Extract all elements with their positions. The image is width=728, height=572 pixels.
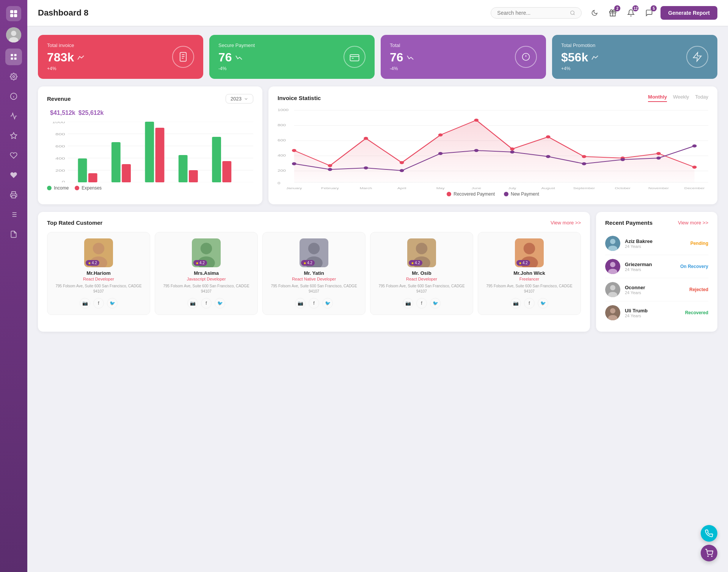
- revenue-chart-card: Revenue 2023 $41,512k$25,612k: [38, 86, 262, 204]
- search-icon: [570, 10, 575, 16]
- twitter-icon-3[interactable]: 🐦: [322, 298, 333, 309]
- search-bar[interactable]: [491, 7, 582, 19]
- bell-icon-btn[interactable]: 12: [624, 6, 638, 20]
- bar-chart: 1000 800 600 400 200 0: [47, 122, 253, 191]
- facebook-icon-1[interactable]: f: [93, 298, 104, 309]
- rating-badge-4: 4.2: [409, 260, 422, 266]
- twitter-icon-4[interactable]: 🐦: [430, 298, 441, 309]
- stat-card-promotion: Total Promotion $56k +4%: [552, 35, 717, 79]
- customer-socials-1: 📷 f 🐦: [52, 298, 145, 309]
- generate-report-button[interactable]: Generate Report: [661, 6, 717, 20]
- customer-name-1: Mr.Hariom: [52, 270, 145, 276]
- svg-point-93: [474, 149, 479, 152]
- payment-avatar-4: [605, 305, 620, 320]
- invoice-label: Total invoice: [47, 42, 85, 48]
- svg-text:February: February: [321, 186, 339, 190]
- svg-text:200: 200: [278, 169, 286, 172]
- svg-text:May: May: [436, 186, 445, 190]
- instagram-icon-3[interactable]: 📷: [295, 298, 306, 309]
- payment-item-3: Oconner 24 Years Rejected: [605, 278, 708, 301]
- customer-socials-5: 📷 f 🐦: [483, 298, 576, 309]
- payment-avatar-1: [605, 236, 620, 251]
- sidebar: [0, 0, 27, 572]
- new-payment-legend: New Payment: [504, 191, 539, 197]
- svg-point-23: [571, 11, 574, 15]
- sidebar-item-print[interactable]: [5, 186, 22, 203]
- promotion-icon-circle: [686, 46, 708, 68]
- svg-rect-49: [88, 173, 97, 182]
- search-input[interactable]: [497, 10, 567, 16]
- svg-rect-52: [145, 122, 154, 182]
- twitter-icon-5[interactable]: 🐦: [538, 298, 548, 309]
- instagram-icon-5[interactable]: 📷: [510, 298, 521, 309]
- sidebar-logo[interactable]: [6, 6, 21, 21]
- svg-point-142: [610, 308, 615, 313]
- tab-weekly[interactable]: Weekly: [673, 94, 689, 102]
- customer-name-2: Mrs.Asima: [160, 270, 253, 276]
- payment-info-1: Aziz Bakree 24 Years: [625, 238, 686, 249]
- customer-card-1: 4.2 Mr.Hariom React Developer 795 Folsom…: [47, 232, 150, 315]
- gift-icon-btn[interactable]: 2: [606, 6, 620, 20]
- svg-rect-27: [180, 52, 186, 61]
- svg-point-5: [11, 31, 16, 36]
- facebook-icon-4[interactable]: f: [416, 298, 427, 309]
- invoice-value: 783k: [47, 50, 85, 64]
- instagram-icon-4[interactable]: 📷: [403, 298, 413, 309]
- instagram-icon-2[interactable]: 📷: [187, 298, 198, 309]
- facebook-icon-2[interactable]: f: [201, 298, 212, 309]
- instagram-icon-1[interactable]: 📷: [80, 298, 90, 309]
- payment-status-1: Pending: [690, 241, 708, 246]
- svg-point-91: [400, 169, 404, 172]
- svg-rect-3: [14, 14, 17, 17]
- customer-role-5: Freelancer: [483, 277, 576, 281]
- customer-socials-4: 📷 f 🐦: [375, 298, 468, 309]
- svg-point-139: [610, 285, 615, 290]
- tab-today[interactable]: Today: [695, 94, 708, 102]
- customer-role-3: React Native Developer: [267, 277, 361, 281]
- promotion-label: Total Promotion: [561, 42, 599, 48]
- svg-text:1000: 1000: [52, 122, 65, 124]
- cart-float-btn[interactable]: [701, 545, 717, 561]
- payments-view-more[interactable]: View more >>: [678, 220, 708, 226]
- sidebar-item-document[interactable]: [5, 226, 22, 243]
- customers-view-more[interactable]: View more >>: [551, 220, 581, 226]
- revenue-amount: $41,512k$25,612k: [47, 107, 253, 117]
- svg-rect-48: [78, 158, 87, 182]
- tab-monthly[interactable]: Monthly: [648, 94, 667, 102]
- svg-point-83: [546, 135, 551, 138]
- svg-marker-123: [304, 262, 306, 264]
- customer-card-2: 4.2 Mrs.Asima Javascript Developer 795 F…: [155, 232, 258, 315]
- chat-badge: 5: [651, 5, 657, 11]
- sidebar-item-heart-outline[interactable]: [5, 147, 22, 164]
- dark-mode-toggle[interactable]: [588, 6, 601, 20]
- facebook-icon-5[interactable]: f: [524, 298, 535, 309]
- year-selector[interactable]: 2023: [226, 94, 253, 103]
- customers-title: Top Rated Customer: [47, 219, 102, 226]
- svg-point-92: [438, 152, 443, 155]
- total-trend: -4%: [390, 66, 414, 71]
- twitter-icon-1[interactable]: 🐦: [107, 298, 118, 309]
- customer-photo-2: 4.2: [192, 238, 221, 267]
- sidebar-item-settings[interactable]: [5, 68, 22, 85]
- svg-rect-16: [12, 196, 16, 198]
- facebook-icon-3[interactable]: f: [309, 298, 319, 309]
- sidebar-item-list[interactable]: [5, 206, 22, 223]
- twitter-icon-2[interactable]: 🐦: [215, 298, 225, 309]
- svg-text:1000: 1000: [278, 108, 289, 112]
- svg-point-80: [438, 133, 443, 136]
- sidebar-item-info[interactable]: [5, 88, 22, 105]
- svg-point-113: [93, 243, 104, 254]
- support-float-btn[interactable]: [701, 525, 717, 542]
- sidebar-item-star[interactable]: [5, 127, 22, 144]
- sidebar-item-analytics[interactable]: [5, 108, 22, 124]
- svg-text:December: December: [684, 186, 705, 190]
- sidebar-item-dashboard[interactable]: [5, 49, 22, 65]
- svg-point-90: [364, 166, 368, 169]
- floating-buttons: [701, 525, 717, 561]
- income-legend-dot: [47, 186, 52, 190]
- sidebar-item-heart[interactable]: [5, 167, 22, 183]
- revenue-title: Revenue: [47, 96, 71, 102]
- chat-icon-btn[interactable]: 5: [642, 6, 656, 20]
- user-avatar[interactable]: [6, 27, 21, 42]
- total-trend-icon: [406, 55, 414, 60]
